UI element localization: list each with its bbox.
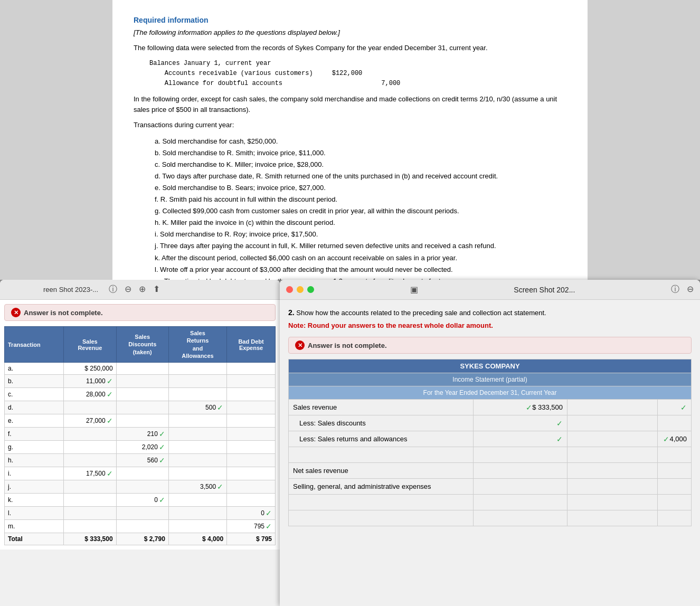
minimize-button[interactable] [297,286,304,293]
table-row: g.2,020 ✓ [5,441,276,454]
left-window-content: ✕ Answer is not complete. Transaction Sa… [0,300,280,550]
sales-discounts-cell [116,507,168,520]
check-icon: ✓ [107,469,113,478]
bad-debt-cell [227,467,276,480]
sales-returns-cell [168,454,226,467]
check-icon: ✓ [159,443,165,451]
bad-debt-cell: $ 795 [227,533,276,545]
transactions-table: Transaction SalesRevenue SalesDiscounts(… [4,326,276,545]
top-document-area: Required information [The following info… [0,0,700,280]
transaction-item: j. Three days after paying the account i… [155,240,566,252]
income-spacer-cell [567,510,658,526]
balance-row-1: Accounts receivable (various customers) … [149,69,566,79]
right-titlebar: ▣ Screen Shot 202... ⓘ ⊖ [280,280,700,300]
right-window-content: 2. Show how the accounts related to the … [280,300,700,534]
bad-debt-cell [227,428,276,441]
check-icon: ✓ [526,403,532,412]
required-info-heading: Required information [134,16,566,24]
col-header-sales-returns: SalesReturnsandAllowances [168,327,226,363]
question-body: Show how the accounts related to the pre… [296,309,546,317]
income-statement-table: SYKES COMPANY Income Statement (partial)… [288,359,692,526]
bad-debt-cell [227,480,276,494]
check-icon: ✓ [266,509,272,517]
income-value2-cell [658,415,692,431]
income-label-cell: Selling, general, and administrative exp… [289,479,474,495]
sales-returns-cell [168,375,226,388]
bad-debt-cell [227,363,276,375]
income-label-cell: Sales revenue [289,400,474,415]
document-page: Required information [The following info… [112,0,588,280]
income-label-cell [289,447,474,463]
balance-label-1: Accounts receivable (various customers) [165,70,313,77]
income-table-row [289,447,692,463]
sales-revenue-cell: 27,000 ✓ [64,414,117,428]
sales-discounts-cell [116,363,168,375]
income-spacer-cell [567,495,658,510]
transaction-item: i. Sold merchandise to R. Roy; invoice p… [155,229,566,240]
transaction-item: d. Two days after purchase date, R. Smit… [155,171,566,182]
sales-revenue-cell [64,454,117,467]
close-button[interactable] [286,286,293,293]
check-icon: ✓ [159,456,165,465]
sales-discounts-cell: 0 ✓ [116,494,168,507]
transaction-item: m. The estimated bad debt rate used by t… [155,276,566,280]
body-text-2: In the following order, except for cash … [134,94,566,115]
bad-debt-cell [227,375,276,388]
sales-revenue-cell [64,480,117,494]
bottom-area: reen Shot 2023-... ⓘ ⊖ ⊕ ⬆ ✕ Answer is n… [0,280,700,606]
income-value1-cell: ✓ $ 333,500 [473,400,567,415]
right-answer-banner-text: Answer is not complete. [308,342,387,349]
right-answer-banner: ✕ Answer is not complete. [288,337,692,354]
sales-returns-cell: 500 ✓ [168,401,226,414]
zoom-out-icon[interactable]: ⊖ [125,284,131,295]
transaction-id-cell: c. [5,388,64,401]
statement-title-header: Income Statement (partial) [289,373,692,386]
income-spacer-cell [567,431,658,447]
transaction-id-cell: i. [5,467,64,480]
transaction-id-cell: k. [5,494,64,507]
income-value1-cell [473,495,567,510]
income-value2-cell [658,463,692,479]
income-value2-cell: ✓ 4,000 [658,431,692,447]
transaction-id-cell: m. [5,520,64,533]
transaction-id-cell: l. [5,507,64,520]
sales-discounts-cell [116,520,168,533]
right-info-icon[interactable]: ⓘ [671,284,679,295]
transaction-id-cell: d. [5,401,64,414]
sales-revenue-cell: $ 250,000 [64,363,117,375]
sales-revenue-cell [64,507,117,520]
income-spacer-cell [567,479,658,495]
maximize-button[interactable] [307,286,314,293]
bad-debt-cell: 795 ✓ [227,520,276,533]
transaction-item: b. Sold merchandise to R. Smith; invoice… [155,147,566,159]
balances-block: Balances January 1, current year Account… [149,59,566,89]
sales-discounts-cell: 2,020 ✓ [116,441,168,454]
income-value2-cell [658,510,692,526]
income-label-cell: Less: Sales discounts [289,415,474,431]
right-zoom-out-icon[interactable]: ⊖ [687,284,694,295]
income-table-row: Net sales revenue [289,463,692,479]
right-error-icon: ✕ [295,340,305,350]
balances-header: Balances January 1, current year [149,59,566,69]
table-row: f.210 ✓ [5,428,276,441]
transaction-item: f. R. Smith paid his account in full wit… [155,194,566,205]
sales-revenue-cell [64,520,117,533]
col-header-sales-revenue: SalesRevenue [64,327,117,363]
share-icon[interactable]: ⬆ [153,284,160,295]
income-table-row [289,495,692,510]
table-row: i.17,500 ✓ [5,467,276,480]
income-value2-cell [658,447,692,463]
body-text-1: The following data were selected from th… [134,43,566,53]
sales-revenue-cell: 28,000 ✓ [64,388,117,401]
table-row: e.27,000 ✓ [5,414,276,428]
info-icon[interactable]: ⓘ [109,284,117,295]
transaction-id-cell: j. [5,480,64,494]
transaction-id-cell: b. [5,375,64,388]
left-window-title: reen Shot 2023-... [43,286,98,293]
transaction-id-cell: h. [5,454,64,467]
transaction-item: g. Collected $99,000 cash from customer … [155,205,566,217]
sales-returns-cell [168,467,226,480]
sales-discounts-cell: 210 ✓ [116,428,168,441]
zoom-in-icon[interactable]: ⊕ [139,284,146,295]
col-header-sales-discounts: SalesDiscounts(taken) [116,327,168,363]
